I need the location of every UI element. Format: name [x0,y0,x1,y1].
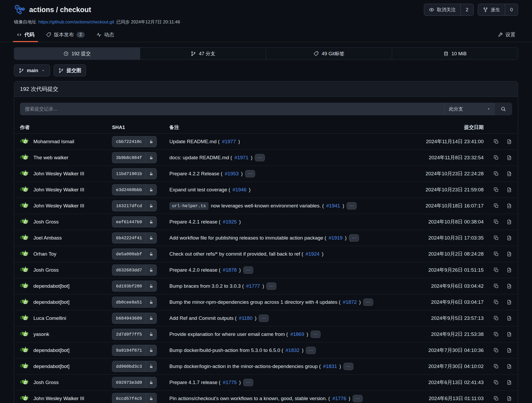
commit-author[interactable]: Josh Gross [33,380,59,385]
browse-source-icon[interactable] [507,332,512,337]
unwatch-button[interactable]: 取消关注 2 [424,4,474,16]
pr-link[interactable]: #1776 [332,396,346,401]
expand-commit-button[interactable]: ··· [266,282,276,290]
commit-sha-badge[interactable]: cbb722410c [112,136,157,147]
commit-author[interactable]: Luca Comellini [33,315,66,321]
commit-sha-badge[interactable]: db0cee9a51 [112,297,157,308]
commit-sha[interactable]: 692973e3d9 [112,377,146,388]
commit-sha[interactable]: 3b9b8c884f [112,152,146,163]
pr-link[interactable]: #1971 [235,155,249,161]
commit-sha-badge[interactable]: 6b42224f41 [112,232,157,243]
commit-sha[interactable]: d632683dd7 [112,265,146,275]
expand-commit-button[interactable]: ··· [243,266,253,274]
browse-source-icon[interactable] [507,364,512,369]
commit-sha[interactable]: 9a9194f871 [112,345,146,356]
commit-sha[interactable]: db0cee9a51 [112,297,146,307]
fork-button[interactable]: 派生 0 [478,4,518,16]
copy-sha-icon[interactable] [494,332,499,337]
copy-sha-icon[interactable] [494,348,499,353]
browse-source-icon[interactable] [507,396,512,401]
commit-author[interactable]: John Wesley Walker III [33,396,84,401]
commit-author[interactable]: dependabot[bot] [33,364,69,369]
commit-author[interactable]: John Wesley Walker III [33,203,84,209]
browse-source-icon[interactable] [507,300,512,305]
copy-sha-icon[interactable] [494,251,499,257]
expand-commit-button[interactable]: ··· [243,379,253,386]
expand-commit-button[interactable]: ··· [255,154,265,161]
commit-author[interactable]: dependabot[bot] [33,347,69,353]
tab-releases[interactable]: 版本发布 2 [40,28,90,42]
commit-author[interactable]: dependabot[bot] [33,299,69,305]
commit-sha-badge[interactable]: eef61447b9 [112,216,157,227]
commit-sha[interactable]: b684943689 [112,313,146,324]
commit-author[interactable]: The web walker [33,155,68,161]
expand-commit-button[interactable]: ··· [306,347,316,354]
commit-sha-badge[interactable]: 3b9b8c884f [112,152,157,163]
commit-sha-badge[interactable]: dd960bd3c3 [112,361,157,372]
stat-tags[interactable]: 49 Git标签 [266,48,392,59]
commit-sha[interactable]: de5a000abf [112,249,146,259]
pr-link[interactable]: #1941 [326,203,340,209]
copy-sha-icon[interactable] [494,203,499,208]
pr-link[interactable]: #1977 [222,139,236,145]
pr-link[interactable]: #1832 [286,347,300,353]
commit-author[interactable]: Josh Gross [33,267,59,273]
copy-sha-icon[interactable] [494,219,499,225]
expand-commit-button[interactable]: ··· [349,234,359,242]
commit-sha-badge[interactable]: e3d2460bbb [112,184,157,195]
commit-author[interactable]: Orhan Toy [33,251,56,257]
browse-source-icon[interactable] [507,187,512,192]
pr-link[interactable]: #1869 [290,331,304,337]
tab-code[interactable]: 代码 [11,28,40,42]
repo-title-link[interactable]: actions / checkout [29,6,91,14]
pr-link[interactable]: #1924 [306,251,320,257]
commit-sha-badge[interactable]: 692973e3d9 [112,377,157,388]
commit-sha-badge[interactable]: 2d7d9f7ff5 [112,329,157,340]
branch-filter-dropdown[interactable]: 此分支 [444,103,495,115]
expand-commit-button[interactable]: ··· [353,395,363,402]
stat-branches[interactable]: 47 分支 [140,48,266,59]
browse-source-icon[interactable] [507,139,512,144]
copy-sha-icon[interactable] [494,380,499,385]
copy-sha-icon[interactable] [494,396,499,401]
browse-source-icon[interactable] [507,348,512,353]
commit-author[interactable]: Josh Gross [33,219,59,225]
copy-sha-icon[interactable] [494,283,499,289]
pr-link[interactable]: #1777 [246,283,260,289]
expand-commit-button[interactable]: ··· [347,202,357,210]
commit-sha[interactable]: 6d193bf280 [112,281,146,291]
commit-sha-badge[interactable]: d632683dd7 [112,265,157,276]
expand-commit-button[interactable]: ··· [259,315,269,322]
mirror-url-link[interactable]: https://github.com/actions/checkout.git [38,19,114,25]
commit-sha-badge[interactable]: 6ccd57f4c5 [112,393,157,403]
browse-source-icon[interactable] [507,235,512,241]
browse-source-icon[interactable] [507,380,512,385]
copy-sha-icon[interactable] [494,139,499,144]
commit-sha[interactable]: cbb722410c [112,136,146,147]
pr-link[interactable]: #1878 [223,267,237,273]
pr-link[interactable]: #1925 [223,219,237,225]
expand-commit-button[interactable]: ··· [311,331,321,338]
commit-sha[interactable]: 2d7d9f7ff5 [112,329,146,340]
copy-sha-icon[interactable] [494,364,499,369]
commit-sha-badge[interactable]: 163217dfcd [112,200,157,211]
expand-commit-button[interactable]: ··· [245,170,255,177]
copy-sha-icon[interactable] [494,267,499,273]
commit-sha-badge[interactable]: 9a9194f871 [112,345,157,356]
browse-source-icon[interactable] [507,219,512,225]
copy-sha-icon[interactable] [494,316,499,321]
branch-selector[interactable]: main [14,64,50,76]
browse-source-icon[interactable] [507,316,512,321]
watch-count[interactable]: 2 [460,4,473,16]
copy-sha-icon[interactable] [494,300,499,305]
browse-source-icon[interactable] [507,267,512,273]
copy-sha-icon[interactable] [494,187,499,192]
browse-source-icon[interactable] [507,155,512,160]
copy-sha-icon[interactable] [494,171,499,176]
commit-sha[interactable]: 6ccd57f4c5 [112,393,146,403]
commit-sha-badge[interactable]: 11bd71901b [112,168,157,179]
commit-sha[interactable]: eef61447b9 [112,217,146,227]
copy-sha-icon[interactable] [494,155,499,160]
commit-sha[interactable]: 163217dfcd [112,201,146,211]
stat-commits[interactable]: 192 提交 [14,48,140,59]
